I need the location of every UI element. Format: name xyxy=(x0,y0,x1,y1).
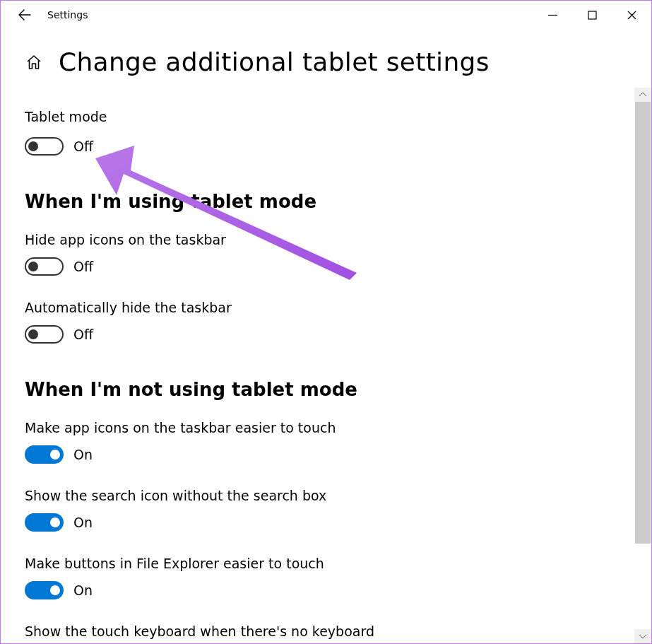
search-icon-state: On xyxy=(73,515,93,530)
explorer-buttons-label: Make buttons in File Explorer easier to … xyxy=(25,556,627,571)
setting-hide-app-icons: Hide app icons on the taskbar Off xyxy=(25,232,627,276)
search-icon-label: Show the search icon without the search … xyxy=(25,488,627,503)
app-title: Settings xyxy=(42,9,88,21)
maximize-button[interactable] xyxy=(572,1,612,29)
toggle-knob xyxy=(50,450,60,459)
explorer-buttons-toggle-row: On xyxy=(25,581,627,599)
svg-rect-1 xyxy=(588,11,596,19)
hide-app-icons-state: Off xyxy=(73,259,93,274)
tablet-mode-toggle[interactable] xyxy=(25,137,64,156)
easier-icons-toggle-row: On xyxy=(25,445,627,464)
explorer-buttons-state: On xyxy=(73,582,93,598)
search-icon-toggle[interactable] xyxy=(25,513,64,532)
easier-icons-label: Make app icons on the taskbar easier to … xyxy=(25,420,627,435)
home-icon xyxy=(25,54,42,71)
section-not-using-tablet-title: When I'm not using tablet mode xyxy=(25,379,627,400)
maximize-icon xyxy=(588,11,597,20)
tablet-mode-state: Off xyxy=(73,139,93,154)
section-tablet-mode-title: Tablet mode xyxy=(25,109,627,124)
touch-keyboard-label: Show the touch keyboard when there's no … xyxy=(25,623,627,639)
toggle-knob xyxy=(28,141,38,151)
minimize-icon xyxy=(548,11,557,20)
minimize-button[interactable] xyxy=(533,1,572,29)
arrow-left-icon xyxy=(18,8,31,21)
hide-app-icons-toggle-row: Off xyxy=(25,257,627,276)
back-button[interactable] xyxy=(8,1,42,29)
home-button[interactable] xyxy=(25,53,43,71)
easier-icons-toggle[interactable] xyxy=(25,445,64,464)
toggle-knob xyxy=(50,517,60,527)
tablet-mode-toggle-row: Off xyxy=(25,137,627,156)
close-icon xyxy=(627,11,636,20)
close-button[interactable] xyxy=(612,1,651,29)
content-area: Change additional tablet settings Tablet… xyxy=(1,29,651,643)
search-icon-toggle-row: On xyxy=(25,513,627,532)
auto-hide-taskbar-state: Off xyxy=(73,327,93,342)
setting-search-icon: Show the search icon without the search … xyxy=(25,488,627,532)
hide-app-icons-toggle[interactable] xyxy=(25,257,64,276)
setting-auto-hide-taskbar: Automatically hide the taskbar Off xyxy=(25,300,627,344)
auto-hide-taskbar-toggle[interactable] xyxy=(25,325,64,344)
setting-easier-icons: Make app icons on the taskbar easier to … xyxy=(25,420,627,464)
page-header: Change additional tablet settings xyxy=(25,47,627,76)
explorer-buttons-toggle[interactable] xyxy=(25,581,64,599)
auto-hide-taskbar-toggle-row: Off xyxy=(25,325,627,344)
toggle-knob xyxy=(28,262,38,271)
hide-app-icons-label: Hide app icons on the taskbar xyxy=(25,232,627,247)
auto-hide-taskbar-label: Automatically hide the taskbar xyxy=(25,300,627,315)
setting-explorer-buttons: Make buttons in File Explorer easier to … xyxy=(25,556,627,599)
window-controls xyxy=(533,1,651,29)
page-title: Change additional tablet settings xyxy=(59,47,490,76)
toggle-knob xyxy=(28,329,38,339)
easier-icons-state: On xyxy=(73,447,93,462)
settings-window: Settings Change additional tablet settin… xyxy=(0,0,652,644)
toggle-knob xyxy=(50,585,60,595)
section-using-tablet-title: When I'm using tablet mode xyxy=(25,191,627,212)
